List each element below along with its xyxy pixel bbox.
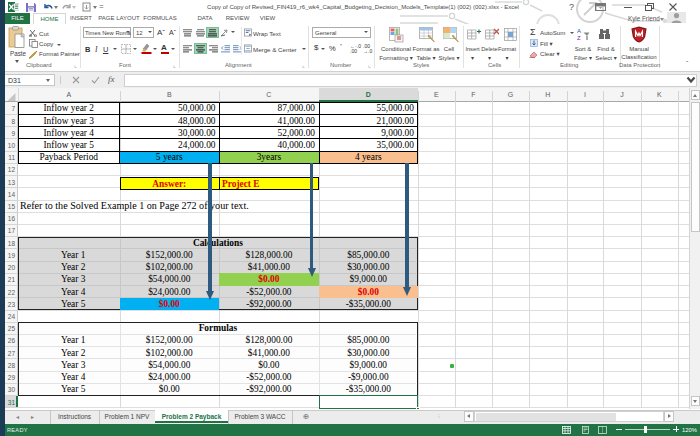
svg-text:A: A	[577, 28, 581, 34]
svg-text:Z: Z	[577, 35, 581, 41]
